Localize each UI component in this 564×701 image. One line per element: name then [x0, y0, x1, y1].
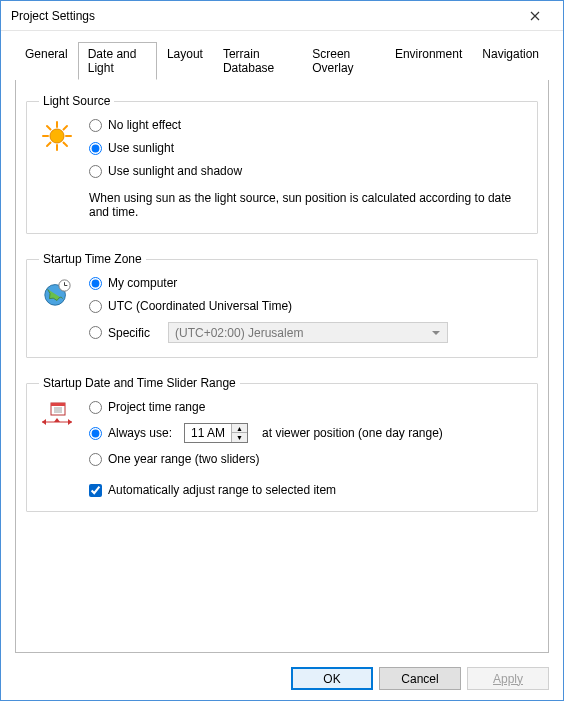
- tab-general[interactable]: General: [15, 42, 78, 80]
- group-light-source: Light Source: [26, 94, 538, 234]
- checkbox-auto-adjust-label: Automatically adjust range to selected i…: [108, 483, 336, 497]
- sun-icon-wrap: [39, 118, 75, 152]
- time-spinner[interactable]: 11 AM ▲ ▼: [184, 423, 248, 443]
- radio-use-sunlight-shadow-label: Use sunlight and shadow: [108, 164, 242, 178]
- radio-use-sunlight-label: Use sunlight: [108, 141, 174, 155]
- tab-strip: General Date and Light Layout Terrain Da…: [15, 41, 549, 80]
- radio-one-year-range-input[interactable]: [89, 453, 102, 466]
- group-light-source-legend: Light Source: [39, 94, 114, 108]
- radio-my-computer-label: My computer: [108, 276, 177, 290]
- radio-utc-input[interactable]: [89, 300, 102, 313]
- globe-clock-icon: [42, 278, 72, 308]
- ok-button[interactable]: OK: [291, 667, 373, 690]
- calendar-slider-icon: [40, 402, 74, 428]
- radio-my-computer-input[interactable]: [89, 277, 102, 290]
- time-suffix-label: at viewer position (one day range): [262, 426, 443, 440]
- svg-marker-19: [42, 419, 46, 425]
- svg-marker-20: [68, 419, 72, 425]
- radio-specific[interactable]: Specific (UTC+02:00) Jerusalem: [89, 322, 525, 343]
- svg-line-8: [47, 143, 51, 147]
- apply-button[interactable]: Apply: [467, 667, 549, 690]
- close-button[interactable]: [515, 2, 555, 30]
- titlebar: Project Settings: [1, 1, 563, 31]
- radio-no-light-effect-label: No light effect: [108, 118, 181, 132]
- tab-navigation[interactable]: Navigation: [472, 42, 549, 80]
- radio-always-use-input[interactable]: [89, 427, 102, 440]
- svg-line-7: [64, 126, 68, 130]
- tab-layout[interactable]: Layout: [157, 42, 213, 80]
- sun-icon: [41, 120, 73, 152]
- radio-project-time-range-input[interactable]: [89, 401, 102, 414]
- svg-line-6: [64, 143, 68, 147]
- svg-marker-21: [54, 418, 60, 422]
- radio-one-year-range[interactable]: One year range (two sliders): [89, 452, 525, 466]
- radio-no-light-effect-input[interactable]: [89, 119, 102, 132]
- radio-use-sunlight-shadow[interactable]: Use sunlight and shadow: [89, 164, 525, 178]
- tab-environment[interactable]: Environment: [385, 42, 472, 80]
- radio-use-sunlight-input[interactable]: [89, 142, 102, 155]
- content-area: General Date and Light Layout Terrain Da…: [1, 31, 563, 659]
- close-icon: [530, 11, 540, 21]
- tab-page-date-and-light: Light Source: [15, 80, 549, 653]
- dialog-button-row: OK Cancel Apply: [1, 659, 563, 700]
- radio-use-sunlight[interactable]: Use sunlight: [89, 141, 525, 155]
- radio-one-year-range-label: One year range (two sliders): [108, 452, 259, 466]
- radio-project-time-range-label: Project time range: [108, 400, 205, 414]
- tab-terrain-database[interactable]: Terrain Database: [213, 42, 302, 80]
- cancel-button[interactable]: Cancel: [379, 667, 461, 690]
- time-spinner-down[interactable]: ▼: [232, 433, 247, 442]
- radio-utc[interactable]: UTC (Coordinated Universal Time): [89, 299, 525, 313]
- radio-project-time-range[interactable]: Project time range: [89, 400, 525, 414]
- group-startup-range-legend: Startup Date and Time Slider Range: [39, 376, 240, 390]
- tab-date-and-light[interactable]: Date and Light: [78, 42, 157, 80]
- project-settings-window: Project Settings General Date and Light …: [0, 0, 564, 701]
- svg-line-5: [47, 126, 51, 130]
- globe-icon-wrap: [39, 276, 75, 308]
- checkbox-auto-adjust[interactable]: Automatically adjust range to selected i…: [89, 483, 525, 497]
- radio-use-sunlight-shadow-input[interactable]: [89, 165, 102, 178]
- radio-no-light-effect[interactable]: No light effect: [89, 118, 525, 132]
- light-source-info: When using sun as the light source, sun …: [89, 191, 525, 219]
- apply-button-label: Apply: [493, 672, 523, 686]
- radio-utc-label: UTC (Coordinated Universal Time): [108, 299, 292, 313]
- tab-screen-overlay[interactable]: Screen Overlay: [302, 42, 385, 80]
- radio-always-use-label: Always use:: [108, 426, 172, 440]
- svg-rect-14: [51, 403, 65, 406]
- group-startup-timezone: Startup Time Zone: [26, 252, 538, 358]
- group-startup-range: Startup Date and Time Slider Range: [26, 376, 538, 512]
- radio-always-use[interactable]: Always use: 11 AM ▲ ▼ at viewer position…: [89, 423, 525, 443]
- svg-point-0: [50, 129, 64, 143]
- time-spinner-value: 11 AM: [185, 426, 231, 440]
- radio-specific-input[interactable]: [89, 326, 102, 339]
- calendar-icon-wrap: [39, 400, 75, 428]
- radio-specific-label: Specific: [108, 326, 162, 340]
- timezone-combo[interactable]: (UTC+02:00) Jerusalem: [168, 322, 448, 343]
- checkbox-auto-adjust-input[interactable]: [89, 484, 102, 497]
- timezone-combo-value: (UTC+02:00) Jerusalem: [175, 326, 303, 340]
- radio-my-computer[interactable]: My computer: [89, 276, 525, 290]
- window-title: Project Settings: [11, 9, 515, 23]
- group-startup-timezone-legend: Startup Time Zone: [39, 252, 146, 266]
- time-spinner-up[interactable]: ▲: [232, 424, 247, 433]
